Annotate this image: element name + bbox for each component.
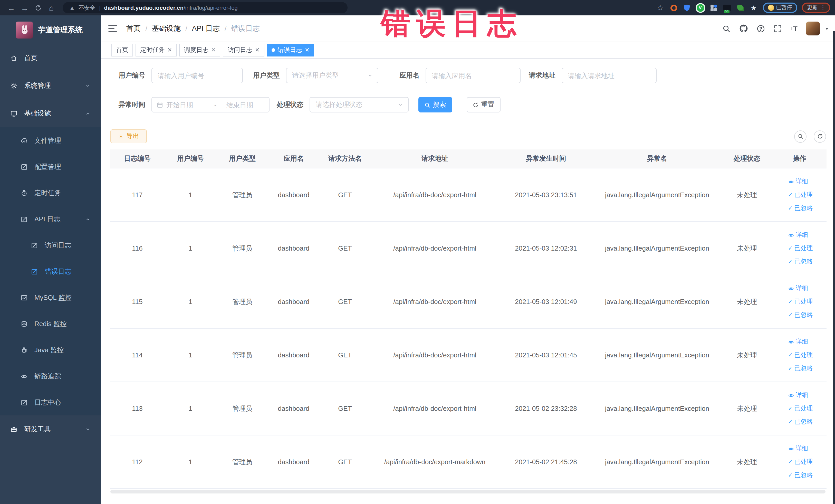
hamburger-icon[interactable] bbox=[108, 25, 117, 32]
sidebar-item-mysql-monitor[interactable]: MySQL 监控 bbox=[0, 284, 101, 311]
request-url-input[interactable] bbox=[562, 68, 657, 83]
extensions-puzzle-icon[interactable]: ★ bbox=[749, 3, 758, 12]
breadcrumb-item[interactable]: API 日志 bbox=[192, 24, 220, 33]
end-date-input[interactable] bbox=[226, 101, 264, 108]
mark-ignored-link[interactable]: ✓已忽略 bbox=[788, 204, 813, 213]
sidebar-item-access-log[interactable]: 访问日志 bbox=[0, 232, 101, 258]
user-id-input[interactable] bbox=[151, 68, 243, 83]
table-row: 113 1 管理员 dashboard GET /api/infra/db-do… bbox=[110, 382, 827, 436]
sidebar-item-error-log[interactable]: 错误日志 bbox=[0, 258, 101, 284]
vertical-scrollbar[interactable] bbox=[833, 31, 835, 504]
tab-error-log[interactable]: 错误日志✕ bbox=[267, 44, 314, 57]
close-icon[interactable]: ✕ bbox=[255, 47, 260, 54]
check-icon: ✓ bbox=[788, 298, 793, 305]
infra-submenu: 文件管理 配置管理 定时任务 API 日志 访问日志 bbox=[0, 127, 101, 416]
mark-ignored-link[interactable]: ✓已忽略 bbox=[788, 257, 813, 266]
address-bar[interactable]: ▲ 不安全 | dashboard.yudao.iocoder.cn/infra… bbox=[63, 2, 348, 13]
reset-button[interactable]: 重置 bbox=[467, 97, 501, 113]
mark-processed-link[interactable]: ✓已处理 bbox=[788, 404, 813, 413]
eye-icon bbox=[788, 232, 794, 238]
mark-processed-link[interactable]: ✓已处理 bbox=[788, 190, 813, 199]
paused-badge[interactable]: 已暂停 bbox=[762, 3, 797, 13]
check-icon: ✓ bbox=[788, 419, 793, 425]
bookmark-star-icon[interactable]: ☆ bbox=[656, 3, 665, 12]
sidebar-item-system[interactable]: 系统管理 bbox=[0, 72, 101, 100]
close-icon[interactable]: ✕ bbox=[305, 47, 309, 54]
sidebar-item-api-log[interactable]: API 日志 bbox=[0, 206, 101, 232]
horizontal-scrollbar[interactable] bbox=[110, 490, 826, 493]
sidebar-item-config-mgmt[interactable]: 配置管理 bbox=[0, 154, 101, 180]
toggle-search-button[interactable] bbox=[794, 130, 807, 142]
browser-home-icon[interactable]: ⌂ bbox=[45, 2, 58, 14]
refresh-table-button[interactable] bbox=[814, 130, 826, 142]
font-size-icon[interactable]: TT bbox=[791, 25, 797, 32]
detail-link[interactable]: 详细 bbox=[788, 230, 808, 239]
extension-grid-icon[interactable] bbox=[709, 3, 718, 12]
browser-menu-icon[interactable]: ⋮ bbox=[820, 4, 825, 11]
sidebar-item-java-monitor[interactable]: Java 监控 bbox=[0, 337, 101, 363]
extension-orange-icon[interactable] bbox=[669, 3, 678, 12]
chevron-down-icon bbox=[398, 102, 404, 108]
sidebar-item-log-center[interactable]: 日志中心 bbox=[0, 389, 101, 416]
extension-shield-icon[interactable] bbox=[683, 3, 691, 12]
caret-down-icon[interactable]: ▾ bbox=[826, 26, 828, 31]
mark-processed-link[interactable]: ✓已处理 bbox=[788, 458, 813, 466]
sidebar-item-redis-monitor[interactable]: Redis 监控 bbox=[0, 311, 101, 337]
row-actions: 详细 ✓已处理 ✓已忽略 bbox=[773, 436, 827, 488]
app-name-input[interactable] bbox=[426, 68, 521, 83]
breadcrumb-item[interactable]: 首页 bbox=[126, 24, 141, 33]
browser-back-icon[interactable]: ← bbox=[5, 2, 18, 14]
mark-processed-link[interactable]: ✓已处理 bbox=[788, 297, 813, 306]
mark-ignored-link[interactable]: ✓已忽略 bbox=[788, 364, 813, 373]
help-icon[interactable] bbox=[757, 24, 765, 33]
chart-window-icon bbox=[21, 294, 28, 301]
logo-row[interactable]: 芋道管理系统 bbox=[0, 15, 101, 44]
start-date-input[interactable] bbox=[166, 101, 204, 108]
extension-v-icon[interactable]: V bbox=[696, 3, 705, 12]
mark-ignored-link[interactable]: ✓已忽略 bbox=[788, 418, 813, 426]
close-icon[interactable]: ✕ bbox=[211, 47, 216, 54]
fullscreen-icon[interactable] bbox=[774, 24, 782, 33]
eye-icon bbox=[788, 445, 794, 451]
header-actions: TT ▾ bbox=[722, 22, 828, 36]
mark-processed-link[interactable]: ✓已处理 bbox=[788, 351, 813, 360]
error-log-table: 日志编号 用户编号 用户类型 应用名 请求方法名 请求地址 异常发生时间 异常名… bbox=[110, 149, 827, 489]
sidebar-item-scheduled-jobs[interactable]: 定时任务 bbox=[0, 180, 101, 206]
github-icon[interactable] bbox=[739, 24, 748, 33]
export-button[interactable]: 导出 bbox=[110, 129, 147, 143]
tab-scheduled-jobs[interactable]: 定时任务✕ bbox=[136, 44, 177, 57]
mark-ignored-link[interactable]: ✓已忽略 bbox=[788, 471, 813, 480]
extension-leaf-icon[interactable] bbox=[736, 3, 745, 12]
tab-access-log[interactable]: 访问日志✕ bbox=[223, 44, 264, 57]
breadcrumb-item[interactable]: 基础设施 bbox=[152, 24, 181, 33]
sidebar-item-infra[interactable]: 基础设施 bbox=[0, 100, 101, 127]
extension-onoff-icon[interactable] bbox=[722, 3, 731, 12]
detail-link[interactable]: 详细 bbox=[788, 337, 808, 346]
close-icon[interactable]: ✕ bbox=[167, 47, 172, 54]
sidebar-item-tracing[interactable]: 链路追踪 bbox=[0, 363, 101, 389]
avatar[interactable] bbox=[806, 22, 820, 36]
detail-link[interactable]: 详细 bbox=[788, 284, 808, 293]
tag-bar: 首页 定时任务✕ 调度日志✕ 访问日志✕ 错误日志✕ bbox=[101, 42, 835, 59]
exception-time-range-picker[interactable]: - bbox=[151, 97, 269, 113]
search-button[interactable]: 搜索 bbox=[419, 97, 452, 113]
eye-icon bbox=[788, 285, 794, 291]
browser-reload-icon[interactable] bbox=[32, 2, 44, 14]
detail-link[interactable]: 详细 bbox=[788, 391, 808, 400]
sidebar-item-file-mgmt[interactable]: 文件管理 bbox=[0, 127, 101, 154]
process-status-select[interactable]: 请选择处理状态 bbox=[309, 97, 409, 113]
table-tools bbox=[794, 130, 828, 142]
detail-link[interactable]: 详细 bbox=[788, 444, 808, 453]
tab-schedule-log[interactable]: 调度日志✕ bbox=[179, 44, 220, 57]
mark-processed-link[interactable]: ✓已处理 bbox=[788, 244, 813, 253]
browser-forward-icon[interactable]: → bbox=[19, 2, 31, 14]
user-type-select[interactable]: 请选择用户类型 bbox=[286, 68, 378, 83]
mark-ignored-link[interactable]: ✓已忽略 bbox=[788, 311, 813, 319]
detail-link[interactable]: 详细 bbox=[788, 177, 808, 186]
search-icon[interactable] bbox=[722, 24, 731, 33]
tab-home[interactable]: 首页 bbox=[111, 44, 133, 57]
update-badge[interactable]: 更新 ⋮ bbox=[802, 3, 830, 13]
sidebar-item-dev-tools[interactable]: 研发工具 bbox=[0, 416, 101, 443]
sidebar-item-home[interactable]: 首页 bbox=[0, 44, 101, 72]
breadcrumb-current: 错误日志 bbox=[231, 24, 260, 33]
